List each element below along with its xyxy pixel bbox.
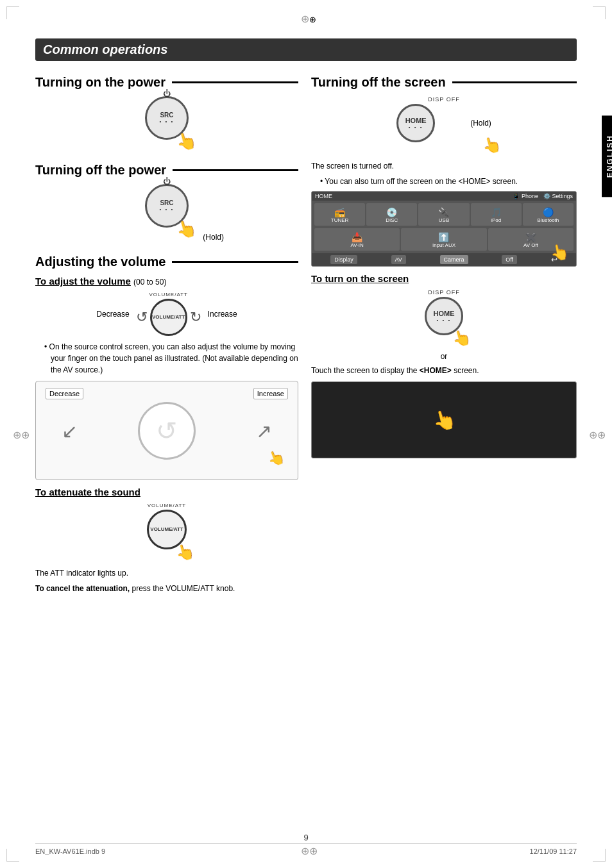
section-volume: Adjusting the volume [35,255,298,269]
finger-touch-icon: 👆 [265,447,287,469]
cancel-text: To cancel the attenuation, press the VOL… [35,583,298,594]
section-turning-off-power: Turning off the power [35,163,298,178]
footer: EN_KW-AV61E.indb 9 12/11/09 11:27 [35,843,577,855]
dark-screen-illustration: 👆 [311,381,577,458]
section-turning-on: Turning on the power [35,75,298,90]
home-hold-icon: 👆 [480,134,503,156]
right-column: Turning off the screen DISP OFF HOME • •… [311,70,577,598]
att-section: To attenuate the sound VOLUME/ATT VOLUME… [35,487,298,594]
power-off-icon: ⏻ [163,177,171,186]
section-screen-off: Turning off the screen [311,75,577,90]
btn-av: AV [391,255,406,264]
home-btn-screen-off: HOME • • • [396,104,435,142]
sub-attenuate: To attenuate the sound [35,487,298,497]
or-separator: or [311,352,577,361]
power-icon: ⏻ [163,89,171,98]
screen-off-text: The screen is turned off. [311,160,577,172]
page-number: 9 [303,833,308,842]
power-on-knob-container: ⏻ SRC • • • 👆 [35,96,298,140]
grid-inputaux: ⬆️Input AUX [401,228,486,251]
att-press-icon: 👆 [173,541,196,563]
footer-left: EN_KW-AV61E.indb 9 [35,847,105,855]
hand-hold-icon: 👆 [174,217,199,241]
language-tab: ENGLISH [602,115,612,197]
volume-knob: VOLUME/ATT [150,299,187,336]
grid-ipod: 🎵iPod [471,203,522,226]
btn-off: Off [502,255,517,264]
power-off-knob-container: ⏻ SRC • • • 👆 (Hold) [35,184,298,228]
screen-on-btn-container: DISP OFF HOME • • • 👆 [311,289,577,335]
home-press-icon: 👆 [450,327,473,349]
dark-screen-finger-icon: 👆 [430,406,459,433]
grid-disc: 💿DISC [366,203,417,226]
finger-home-screen: 👆 [548,242,570,263]
screen-off-btn-container: DISP OFF HOME • • • 👆 (Hold) [311,96,577,142]
att-knob-container: VOLUME/ATT VOLUME/ATT 👆 [35,503,298,549]
screen-off-note: You can also turn off the screen on the … [320,176,577,187]
grid-avin: 📥AV-IN [314,228,400,251]
btn-camera: Camera [440,255,468,264]
page-title: Common operations [35,38,577,61]
touch-circle: ↺ [138,402,196,460]
sub-screen-on: To turn on the screen [311,273,577,284]
footer-right: 12/11/09 11:27 [530,847,577,855]
home-screen-container: HOME 📱 Phone ⚙️ Settings 📻TUNER 💿DISC 🔌U… [311,191,577,267]
hand-press-icon: 👆 [174,129,199,153]
touch-panel-illustration: Decrease Increase ↙ ↺ ↗ 👆 [35,381,298,480]
touch-screen-text: Touch the screen to display the <HOME> s… [311,365,577,376]
grid-bt: 🔵Bluetooth [523,203,574,226]
grid-tuner: 📻TUNER [314,203,365,226]
home-bottom-bar: Display AV Camera Off ↩ [312,253,576,266]
volume-note: On the source control screen, you can al… [44,341,298,376]
left-column: Turning on the power ⏻ SRC • • • 👆 Turni… [35,70,298,598]
btn-display: Display [330,255,357,264]
att-body-text: The ATT indicator lights up. [35,567,298,579]
volume-knob-row: Decrease VOLUME/ATT ↺ VOLUME/ATT ↻ Incre… [35,292,298,336]
home-grid-row2: 📥AV-IN ⬆️Input AUX ✖️AV Off [312,228,576,253]
home-grid-row1: 📻TUNER 💿DISC 🔌USB 🎵iPod 🔵Bluetooth [312,201,576,228]
sub-adjust-volume: To adjust the volume (00 to 50) [35,276,298,287]
grid-usb: 🔌USB [418,203,469,226]
home-top-bar: HOME 📱 Phone ⚙️ Settings [312,192,576,201]
home-screen-screenshot: HOME 📱 Phone ⚙️ Settings 📻TUNER 💿DISC 🔌U… [311,191,577,267]
